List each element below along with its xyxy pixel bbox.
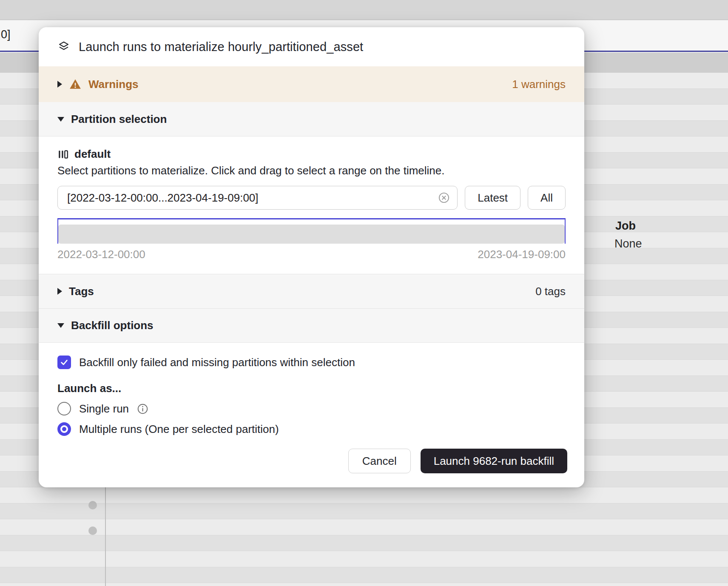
latest-button[interactable]: Latest bbox=[465, 186, 520, 210]
dialog-footer: Cancel Launch 9682-run backfill bbox=[39, 440, 584, 487]
dialog-header: Launch runs to materialize hourly_partit… bbox=[39, 27, 584, 66]
multiple-runs-radio-row[interactable]: Multiple runs (One per selected partitio… bbox=[57, 422, 566, 436]
radio-selected-icon[interactable] bbox=[57, 422, 71, 436]
partition-selection-description: Select partitions to materialize. Click … bbox=[57, 164, 566, 177]
timeline-start-date: 2022-03-12-00:00 bbox=[57, 248, 145, 261]
partition-selection-content: default Select partitions to materialize… bbox=[39, 137, 584, 274]
background-run-dot bbox=[88, 501, 97, 509]
background-job-column-value: None bbox=[614, 237, 642, 250]
tags-section-header[interactable]: Tags 0 tags bbox=[39, 274, 584, 308]
tags-label: Tags bbox=[69, 285, 94, 298]
chevron-right-icon bbox=[57, 81, 62, 88]
materialize-layers-icon bbox=[57, 40, 70, 53]
timeline-end-date: 2023-04-19-09:00 bbox=[478, 248, 566, 261]
chevron-down-icon bbox=[57, 117, 64, 122]
tags-count: 0 tags bbox=[535, 285, 566, 298]
backfill-only-failed-label: Backfill only failed and missing partiti… bbox=[79, 356, 355, 369]
radio-unselected-icon[interactable] bbox=[57, 402, 71, 415]
partition-range-input[interactable] bbox=[57, 186, 458, 210]
warnings-section-header[interactable]: Warnings 1 warnings bbox=[39, 66, 584, 102]
partition-timeline-bar[interactable] bbox=[58, 225, 565, 244]
dialog-title: Launch runs to materialize hourly_partit… bbox=[79, 40, 363, 54]
chevron-right-icon bbox=[57, 288, 62, 295]
background-top-toolbar bbox=[0, 0, 728, 20]
warnings-count: 1 warnings bbox=[512, 78, 566, 91]
partition-range-input-wrap bbox=[57, 186, 458, 210]
partition-timeline-selection[interactable] bbox=[57, 218, 566, 244]
background-clipped-text: 0] bbox=[1, 28, 11, 41]
backfill-options-label: Backfill options bbox=[71, 319, 154, 332]
info-icon[interactable] bbox=[137, 403, 148, 415]
partition-selection-label: Partition selection bbox=[71, 113, 167, 126]
background-run-dot bbox=[88, 526, 97, 535]
launch-as-label: Launch as... bbox=[57, 382, 566, 395]
clear-selection-icon[interactable] bbox=[438, 192, 450, 204]
partition-range-row: Latest All bbox=[57, 186, 566, 210]
background-job-column-label: Job bbox=[615, 219, 636, 233]
cancel-button[interactable]: Cancel bbox=[348, 449, 411, 473]
backfill-options-content: Backfill only failed and missing partiti… bbox=[39, 343, 584, 440]
partition-dimension-row: default bbox=[57, 148, 566, 161]
timeline-date-labels: 2022-03-12-00:00 2023-04-19-09:00 bbox=[57, 248, 566, 261]
partition-set-icon bbox=[57, 149, 68, 160]
warnings-label: Warnings bbox=[88, 78, 138, 91]
single-run-label: Single run bbox=[79, 402, 129, 415]
warning-triangle-icon bbox=[69, 78, 81, 90]
background-timeline-axis bbox=[105, 487, 106, 586]
checkbox-checked-icon[interactable] bbox=[57, 356, 71, 369]
launch-backfill-dialog: Launch runs to materialize hourly_partit… bbox=[39, 27, 584, 487]
chevron-down-icon bbox=[57, 323, 64, 328]
partition-dimension-name: default bbox=[74, 148, 111, 161]
partition-selection-section-header[interactable]: Partition selection bbox=[39, 102, 584, 137]
launch-backfill-button[interactable]: Launch 9682-run backfill bbox=[421, 449, 567, 473]
backfill-only-failed-checkbox-row[interactable]: Backfill only failed and missing partiti… bbox=[57, 356, 566, 369]
single-run-radio-row[interactable]: Single run bbox=[57, 402, 566, 415]
multiple-runs-label: Multiple runs (One per selected partitio… bbox=[79, 423, 279, 436]
backfill-options-section-header[interactable]: Backfill options bbox=[39, 308, 584, 343]
all-button[interactable]: All bbox=[528, 186, 566, 210]
